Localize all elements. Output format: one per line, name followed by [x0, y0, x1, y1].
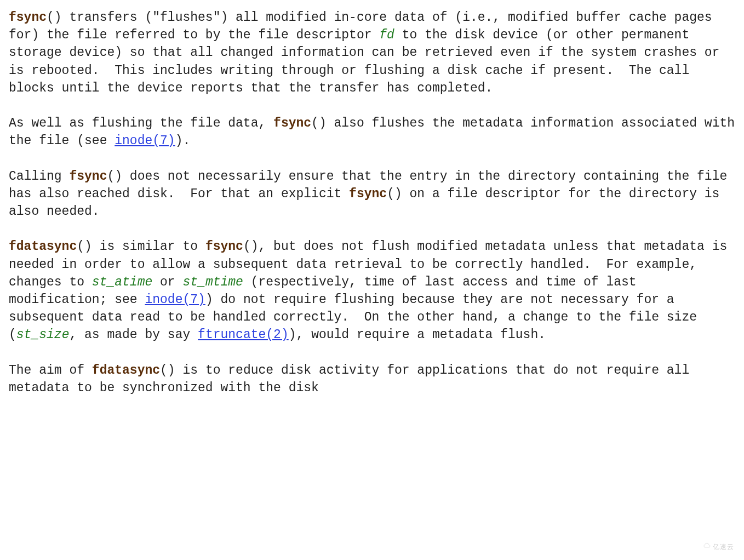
struct-st-mtime: st_mtime — [182, 275, 243, 289]
struct-st-size: st_size — [16, 328, 70, 342]
text: Calling — [9, 169, 69, 184]
link-inode-7[interactable]: inode(7) — [115, 134, 175, 148]
link-ftruncate-2[interactable]: ftruncate(2) — [198, 328, 289, 342]
func-fsync: fsync — [205, 239, 243, 254]
link-inode-7[interactable]: inode(7) — [145, 293, 205, 307]
func-fsync: fsync — [273, 116, 311, 130]
func-fdatasync: fdatasync — [9, 239, 77, 254]
func-fsync: fsync — [69, 169, 107, 184]
text: The aim of — [9, 363, 92, 378]
manpage-body: fsync() transfers ("flushes") all modifi… — [9, 9, 735, 397]
func-fsync: fsync — [9, 10, 47, 25]
arg-fd: fd — [379, 28, 394, 42]
text: or — [152, 275, 182, 289]
text: () is similar to — [77, 239, 205, 254]
struct-st-atime: st_atime — [92, 275, 152, 289]
text: , as made by say — [69, 328, 198, 342]
func-fsync: fsync — [349, 187, 387, 201]
text: ). — [175, 134, 191, 148]
text: ), would require a metadata flush. — [289, 328, 546, 342]
func-fdatasync: fdatasync — [92, 363, 160, 378]
text: As well as flushing the file data, — [9, 116, 273, 130]
